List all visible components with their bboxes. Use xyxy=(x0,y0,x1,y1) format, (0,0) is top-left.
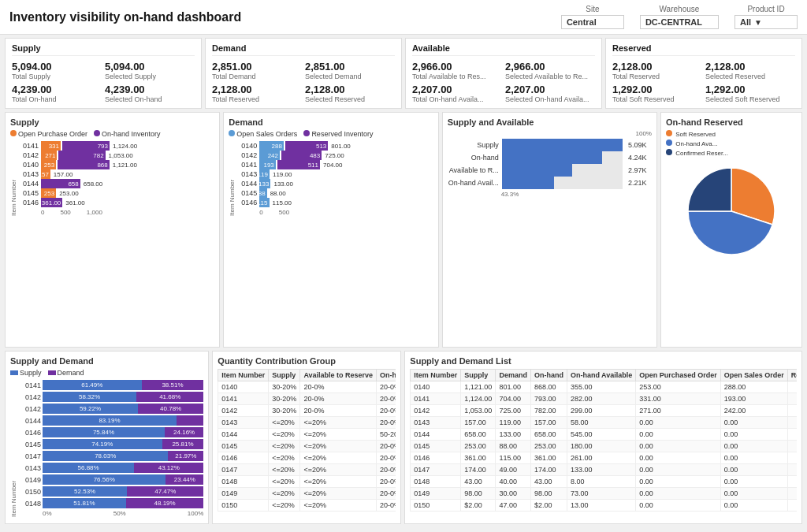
product-id-filter[interactable]: Product ID All ▼ xyxy=(734,5,798,29)
table-cell: 20-0% xyxy=(377,393,396,405)
table-cell: <=20% xyxy=(300,452,377,464)
kpi-item-reserved-2: 1,292.00 Total Soft Reserved xyxy=(612,84,702,103)
sdl-title: Supply and Demand List xyxy=(410,356,797,366)
table-cell: 20-0% xyxy=(377,488,396,500)
bar-seg-secondary: 793 xyxy=(62,141,110,151)
table-cell: 0.00 xyxy=(636,488,721,500)
x-tick: 0 xyxy=(259,209,262,216)
table-cell: 782.00 xyxy=(530,405,567,417)
table-cell: 0150 xyxy=(218,500,269,512)
bar-total: 133.00 xyxy=(273,180,292,188)
kpi-card-reserved: Reserved2,128.00 Total Reserved2,128.00 … xyxy=(605,38,802,109)
bar-seg-primary: 119 xyxy=(259,169,270,179)
kpi-item-available-0: 2,966.00 Total Available to Res... xyxy=(412,61,502,80)
stacked-container: 83.19% xyxy=(43,415,203,426)
page-title: Inventory visibility on-hand dashboard xyxy=(9,10,241,24)
stacked-bar-row: 0142 58.32% 41.68% xyxy=(19,392,203,402)
supply-available-chart: Supply and Available 100% Supply 5.09K O… xyxy=(442,112,657,348)
table-cell: <=20% xyxy=(300,464,377,476)
sdl-table-scroll[interactable]: Item NumberSupplyDemandOn-handOn-hand Av… xyxy=(410,369,797,512)
site-filter-value: Central xyxy=(561,15,624,29)
supply-segment: 56.88% xyxy=(43,463,134,473)
stacked-bar-row: 0143 56.88% 43.12% xyxy=(19,463,203,473)
bar-container: 658 658.00 xyxy=(41,179,214,188)
kpi-item-reserved-3: 1,292.00 Selected Soft Reserved xyxy=(705,84,795,103)
bar-row: 0145 253 253.00 xyxy=(19,188,214,198)
table-cell: 20-0% xyxy=(377,417,396,429)
table-cell: <=20% xyxy=(269,452,300,464)
table-cell: 20-0% xyxy=(377,381,396,393)
stacked-bar-row: 0144 83.19% xyxy=(19,415,203,426)
table-cell: 20-0% xyxy=(300,393,377,405)
stacked-container: 78.03% 21.97% xyxy=(43,451,203,461)
table-cell: 0141 xyxy=(411,393,461,405)
table-cell: 119.00 xyxy=(496,417,531,429)
top-bar: Inventory visibility on-hand dashboard S… xyxy=(0,0,807,35)
supply-available-title: Supply and Available xyxy=(448,117,652,127)
table-cell: 0142 xyxy=(218,405,269,417)
bar-container: 193 511 704.00 xyxy=(259,160,433,169)
table-row: 0147<=20%<=20%20-0% xyxy=(218,464,396,476)
table-row: 0146361.00115.00361.00261.000.000.00 xyxy=(411,452,797,464)
horiz-chart-area: Supply 5.09K On-hand 4.24K Available to … xyxy=(448,139,652,189)
table-cell xyxy=(787,441,797,452)
kpi-value-supply-2: 4,239.00 xyxy=(12,84,102,95)
table-row: 014998.0030.0098.0073.000.000.00 xyxy=(411,488,797,500)
table-row: 014130-20%20-0%20-0% xyxy=(218,393,396,405)
table-cell: 20-0% xyxy=(300,381,377,393)
table-cell xyxy=(787,405,797,417)
stacked-container: 75.84% 24.16% xyxy=(43,427,203,437)
bar-seg-secondary: 868 xyxy=(58,160,110,169)
kpi-label-reserved-0: Total Reserved xyxy=(612,73,702,80)
table-cell: 0.00 xyxy=(720,452,787,464)
table-cell: 0.00 xyxy=(720,488,787,500)
kpi-label-demand-0: Total Demand xyxy=(212,73,302,80)
kpi-label-supply-3: Selected On-hand xyxy=(105,95,195,103)
kpi-value-demand-1: 2,851.00 xyxy=(305,61,395,73)
demand-segment: 40.78% xyxy=(138,404,203,414)
table-cell: 50-20% xyxy=(377,429,396,441)
kpi-title-demand: Demand xyxy=(212,43,395,56)
table-cell: 0.00 xyxy=(720,476,787,488)
table-row: 01411,124.00704.00793.00282.00331.00193.… xyxy=(411,393,797,405)
bar-row: 0146 361.00 361.00 xyxy=(19,198,214,207)
bar-seg-primary: 133 xyxy=(259,179,270,188)
table-cell: 361.00 xyxy=(530,452,567,464)
table-cell: 0.00 xyxy=(720,429,787,441)
kpi-label-available-2: Total On-hand Availa... xyxy=(412,95,502,103)
table-cell: 133.00 xyxy=(496,429,531,441)
horiz-bar-track xyxy=(502,139,623,151)
qty-col-header: Available to Reserve xyxy=(300,370,377,381)
stacked-item-label: 0146 xyxy=(19,429,41,437)
x-tick: 500 xyxy=(279,209,289,216)
table-cell: 88.00 xyxy=(496,441,531,452)
stacked-bar-row: 0142 59.22% 40.78% xyxy=(19,404,203,414)
bar-container: 119 119.00 xyxy=(259,169,433,179)
table-cell: 0.00 xyxy=(636,452,721,464)
bar-total: 115.00 xyxy=(273,199,292,206)
kpi-label-reserved-3: Selected Soft Reserved xyxy=(705,95,795,103)
product-id-value[interactable]: All ▼ xyxy=(734,15,798,29)
sd-chart-title: Supply and Demand xyxy=(10,356,203,366)
supply-segment: 78.03% xyxy=(43,451,168,461)
horiz-bar-label: Available to R... xyxy=(448,166,499,174)
stacked-bar-row: 0147 78.03% 21.97% xyxy=(19,451,203,461)
bar-container: 157 157.00 xyxy=(41,169,214,179)
bar-container: 331 793 1,124.00 xyxy=(41,141,214,151)
table-cell: 30-20% xyxy=(269,381,300,393)
table-row: 0143157.00119.00157.0058.000.000.00 xyxy=(411,417,797,429)
table-cell: 0145 xyxy=(218,441,269,452)
sd-y-label: Item Number xyxy=(10,380,17,517)
warehouse-filter: Warehouse DC-CENTRAL xyxy=(640,5,719,29)
bar-seg-primary: 193 xyxy=(259,160,275,169)
kpi-value-demand-3: 2,128.00 xyxy=(305,84,395,95)
table-cell: 13.00 xyxy=(567,500,635,512)
stacked-container: 76.56% 23.44% xyxy=(43,474,203,485)
table-cell: 58.00 xyxy=(567,417,635,429)
qty-table-scroll[interactable]: Item NumberSupplyAvailable to ReserveOn-… xyxy=(218,369,396,512)
bar-row: 0144 133 133.00 xyxy=(237,179,433,188)
table-cell: 0140 xyxy=(218,381,269,393)
pct-top: 100% xyxy=(448,130,652,137)
pie-legend-item: On-hand Ava... xyxy=(666,140,797,147)
table-cell: 793.00 xyxy=(530,393,567,405)
